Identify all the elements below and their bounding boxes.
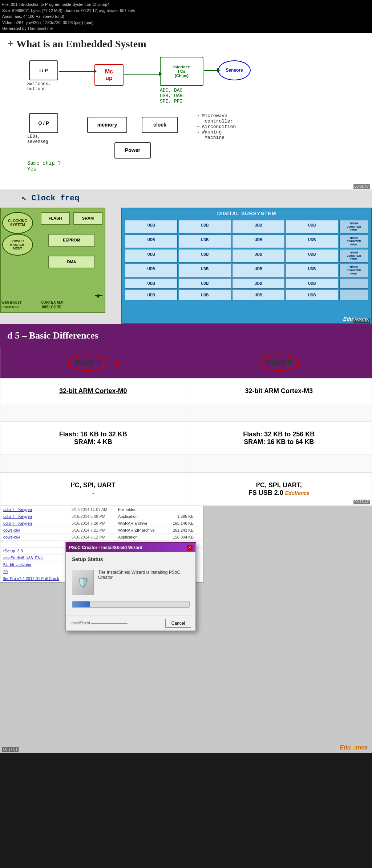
file-date: 5/16/2014 7:26 PM (72, 521, 115, 525)
udb-cell: UDB (286, 264, 339, 277)
file-row[interactable]: udio-7---Keygen 5/16/2014 7:26 PM WinRAR… (0, 520, 203, 527)
eduvance-bottom: EduVance (340, 744, 368, 751)
installer-section: udio-7---Keygen 5/17/2014 11:07 AM File … (0, 506, 372, 753)
timer-cell: TIMER COUNTER PWM (339, 264, 368, 277)
file-name[interactable]: udio-7---Keygen (3, 507, 69, 512)
file-date: 5/16/2014 6:12 PM (72, 535, 115, 539)
shield-icon: 🛡️ (72, 570, 94, 595)
timestamp-3: 00:13:47 (353, 500, 370, 504)
diff-row-2: Flash: 16 KB to 32 KBSRAM: 4 KB Flash: 3… (0, 421, 372, 455)
info-line1: File: 001 Introduction to Programmable S… (2, 1, 370, 8)
info-line2: Size: 80868071 bytes (77.12 MiB), durati… (2, 8, 370, 14)
psoc4-header: PSoC 4 ◀ (0, 347, 186, 379)
timer-cell (339, 290, 368, 300)
dialog-titlebar: PSoC Creator - InstallShield Wizard ✕ (66, 543, 195, 552)
dialog-body: Setup Status 🛡️ The InstallShield Wizard… (66, 552, 195, 616)
info-line3: Audio: aac, 44100 Hz, stereo (und) (2, 13, 370, 20)
file-name[interactable]: 54_bit_activator (3, 563, 69, 567)
udb-cell: UDB (286, 249, 339, 263)
diff-cell-3-2: I²C, SPI, UART,FS USB 2.0 EduVance (186, 472, 372, 505)
cortex: CORTEX M3/8051 CORE (41, 300, 63, 309)
file-name[interactable]: asiaStudio8_x86_ENU (3, 556, 69, 560)
timestamp-2: 00:06:50 (353, 319, 370, 323)
udb-grid: UDBUDBUDBUDBTIMER COUNTER PWMUDBUDBUDBUD… (122, 219, 371, 303)
udb-cell: UDB (179, 220, 231, 233)
diff-cell-1-1: 32-bit ARM Cortex-M0 (0, 378, 186, 404)
diff-header-row: d 5 – Basic Differences (0, 324, 372, 347)
op-label: LEDs,sevenseg (27, 134, 48, 144)
power-mgmt: POWERMANAGE-MENT (2, 234, 33, 256)
udb-cell: UDB (179, 264, 231, 277)
udb-cell: UDB (232, 264, 285, 277)
file-name[interactable]: ller Pro v7.4.2012.01 Full Crack (3, 576, 69, 581)
cancel-button[interactable]: Cancel (165, 619, 191, 628)
udb-cell: UDB (125, 220, 178, 233)
eduvance-diff: EduVance (285, 490, 310, 496)
mc-box: Mcup (94, 64, 124, 86)
file-name[interactable]: dows-x64 (3, 528, 69, 532)
psoc5-circle: PSoC 5 (259, 355, 299, 371)
udb-cell: UDB (125, 249, 178, 263)
udb-cell: UDB (125, 290, 178, 300)
info-line5: Generated by Thumbnail me (2, 25, 370, 32)
interface-box: InterfaceI Cs(Chips) (160, 57, 203, 86)
dialog-title: PSoC Creator - InstallShield Wizard (69, 545, 142, 550)
arrow-if-sensors (204, 70, 219, 71)
digital-subsystem-title: DIGITAL SUBSYSTEM (122, 208, 371, 219)
dialog-close-button[interactable]: ✕ (187, 545, 193, 551)
arrow-head-mc (94, 69, 99, 73)
clocking-system: CLOCKINGSYSTEM (2, 212, 33, 234)
udb-cell: UDB (232, 249, 285, 263)
udb-cell: UDB (179, 249, 231, 263)
power-box: Power (114, 142, 151, 159)
op-box: O / P (29, 113, 58, 133)
arrow-ip-mc (59, 71, 95, 72)
diff-cell-2-1: Flash: 16 KB to 32 KBSRAM: 4 KB (0, 421, 186, 455)
plus-icon: + (7, 37, 14, 50)
file-name[interactable]: dows-x64 (3, 535, 69, 539)
file-name[interactable]: udio-7---Keygen (3, 514, 69, 519)
diff-cell-2-2: Flash: 32 KB to 256 KBSRAM: 16 KB to 64 … (186, 421, 372, 455)
udb-cell: UDB (125, 235, 178, 248)
arm-m0: 32-bit ARM Cortex-M0 (59, 387, 127, 395)
udb-cell: UDB (232, 278, 285, 289)
arrow-head-if (159, 72, 164, 76)
psoc4-circle: PSoC 4 (68, 355, 108, 371)
dialog-message: The InstallShield Wizard is installing P… (98, 570, 190, 580)
flash-box: FLASH (41, 212, 70, 225)
embedded-system-slide: + What is an Embedded System i / P Switc… (0, 33, 372, 189)
timer-cell: TIMER COUNTER PWM (339, 249, 368, 263)
adc-label: ADC, DACUSB, UARTSPI, PPI (160, 88, 185, 104)
arm-m3: 32-bit ARM Cortex-M3 (245, 387, 313, 395)
file-row[interactable]: dows-x64 5/16/2014 6:12 PM Application 1… (0, 534, 203, 541)
timestamp-1: 00:01:47 (353, 184, 370, 189)
microwave-label: → Microwave controller→ Aircondition→ Wa… (196, 113, 236, 140)
sram-box: SRAM (73, 212, 102, 225)
file-row[interactable]: dows-x64 5/16/2014 7:21 PM WinRAR ZIP ar… (0, 527, 203, 534)
ip-label: Switches,buttons (27, 81, 51, 92)
diff-row-1: 32-bit ARM Cortex-M0 32-bit ARM Cortex-M… (0, 378, 372, 404)
progress-bar-container (72, 601, 190, 608)
file-name[interactable]: 20 (3, 569, 69, 574)
file-row[interactable]: udio-7---Keygen 5/16/2014 5:08 PM Applic… (0, 513, 203, 520)
dialog-section-title: Setup Status (72, 556, 190, 562)
diagram-area: i / P Switches,buttons Mcup InterfaceI C… (7, 53, 365, 184)
info-line4: Video: h264, yuv420p, 1280x720, 30.03 fp… (2, 20, 370, 26)
progress-bar-fill (72, 601, 90, 607)
file-type: File folder (118, 507, 165, 512)
file-name[interactable]: rSetup_3.0 (3, 549, 69, 553)
installshield-text: InstallShield —————————— (70, 621, 162, 625)
installer-dialog[interactable]: PSoC Creator - InstallShield Wizard ✕ Se… (65, 542, 196, 631)
clock-title: ⇖ Clock freq (22, 193, 79, 203)
udb-cell: UDB (179, 278, 231, 289)
dma-box: DMA (48, 256, 95, 268)
file-row[interactable]: udio-7---Keygen 5/17/2014 11:07 AM File … (0, 506, 203, 513)
file-size: 158,904 KB (168, 535, 194, 539)
memory-box: memory (87, 117, 127, 133)
diff-table: PSoC 4 ◀ PSoC 5 32-bit ARM Cortex-M0 32-… (0, 347, 372, 506)
udb-cell: UDB (125, 278, 178, 289)
file-size: 165,146 KB (168, 521, 194, 525)
file-name[interactable]: udio-7---Keygen (3, 521, 69, 525)
diff-row-spacer2 (0, 455, 372, 472)
file-type: Application (118, 514, 165, 519)
